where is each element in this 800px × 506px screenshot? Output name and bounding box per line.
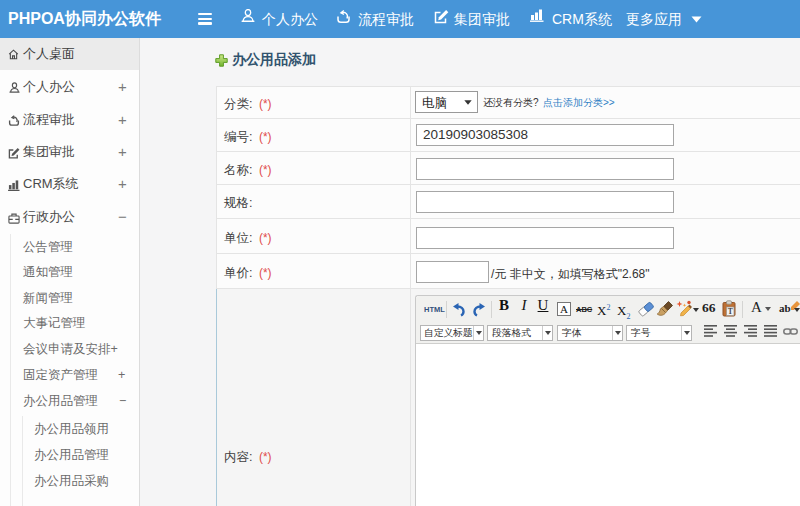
svg-text:T: T: [728, 307, 733, 316]
